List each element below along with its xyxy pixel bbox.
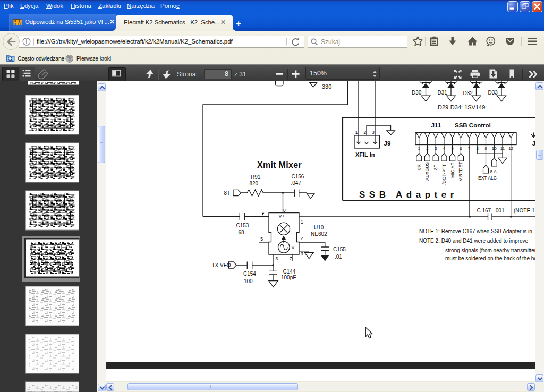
svg-text:D29-D34: 1SV149: D29-D34: 1SV149 [438,104,485,110]
svg-text:D30: D30 [412,90,422,96]
svg-text:.01: .01 [335,254,342,260]
svg-text:R91: R91 [251,174,261,180]
svg-text:C153: C153 [236,223,249,228]
svg-text:.001: .001 [494,208,505,214]
svg-text:3: 3 [301,251,303,257]
svg-text:NOTE 2: D40 and D41 were adde: NOTE 2: D40 and D41 were added to improv… [419,238,529,244]
svg-text:AUXBUS: AUXBUS [424,162,430,181]
svg-text:J11: J11 [431,122,441,129]
svg-text:NE602: NE602 [311,231,327,237]
svg-text:3: 3 [372,130,375,135]
svg-text:TX VFO: TX VFO [212,262,231,268]
svg-text:J9: J9 [384,140,391,147]
svg-text:V+: V+ [279,214,285,219]
svg-text:5: 5 [260,236,263,242]
svg-text:1: 1 [301,219,303,225]
svg-text:.047: .047 [291,180,302,186]
svg-text:9: 9 [484,146,487,151]
svg-text:(NOTE 1: (NOTE 1 [514,208,535,214]
svg-text:EXT ALC: EXT ALC [478,175,497,181]
svg-text:8T: 8T [433,165,438,170]
svg-text:1: 1 [418,146,420,151]
svg-text:2: 2 [300,236,303,241]
svg-text:C154: C154 [243,271,256,277]
svg-text:D32: D32 [463,90,473,96]
svg-text:8: 8 [283,208,286,213]
svg-text:Xmit Mixer: Xmit Mixer [257,160,302,169]
svg-text:C 167: C 167 [477,208,491,214]
svg-text:D31: D31 [438,90,448,96]
svg-text:6: 6 [460,146,462,151]
svg-text:strong signals (from nearby tr: strong signals (from nearby transmitter [445,248,536,253]
svg-text:XFIL In: XFIL In [355,151,375,158]
svg-text:7: 7 [290,256,292,261]
svg-text:must be soldered on the back o: must be soldered on the back of the bo [445,255,536,261]
svg-text:8: 8 [477,146,479,151]
svg-text:2: 2 [426,146,429,151]
svg-text:V RFDET: V RFDET [458,162,463,181]
svg-text:C155: C155 [333,246,346,252]
svg-text:C156: C156 [292,174,304,180]
svg-text:SSB Control: SSB Control [455,122,491,129]
svg-text:11: 11 [500,146,505,151]
svg-text:68: 68 [239,229,245,235]
svg-text:7: 7 [468,146,471,151]
svg-text:NOTE 1: Remove C167 when SSB: NOTE 1: Remove C167 when SSB Adapter is … [419,228,532,234]
svg-text:4: 4 [443,146,446,151]
svg-text:3: 3 [435,146,437,151]
svg-text:5: 5 [451,146,454,151]
svg-text:V-: V- [292,245,296,250]
svg-text:820: 820 [250,181,259,186]
svg-text:8T: 8T [224,190,231,196]
svg-text:100: 100 [244,278,253,284]
svg-text:330: 330 [322,83,332,90]
svg-text:U10: U10 [314,225,324,231]
svg-text:10: 10 [492,146,497,151]
svg-text:D33: D33 [488,90,498,96]
svg-text:2: 2 [364,130,367,135]
svg-text:8 A: 8 A [490,169,497,174]
svg-text:100pF: 100pF [281,275,296,280]
svg-text:SSB Adapter: SSB Adapter [359,190,458,200]
svg-text:6: 6 [276,256,278,261]
svg-text:1: 1 [355,130,358,135]
svg-text:8R: 8R [416,164,422,170]
svg-text:C144: C144 [283,269,296,275]
svg-text:12: 12 [508,146,513,151]
svg-text:/DOT-PTT: /DOT-PTT [441,164,447,185]
svg-text:MIC AF: MIC AF [450,163,455,178]
